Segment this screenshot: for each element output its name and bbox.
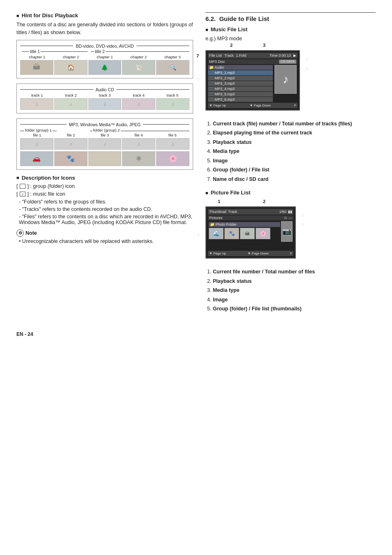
screen-folder: 1.Fold xyxy=(236,53,246,58)
callout-7: 7 xyxy=(196,53,199,58)
music-list-item-4: Media type xyxy=(213,148,376,155)
callout-3-top: 3 xyxy=(263,43,265,48)
bd-ch5: chapter 3 xyxy=(156,55,189,59)
pic-list-item-4: Image xyxy=(213,296,376,304)
screen-pgup: ▼ Page Up xyxy=(209,104,226,107)
mp3-diagram: MP3, Windows Media™ Audio, JPEG folder (… xyxy=(16,118,193,170)
pic-list-item-2: Playback status xyxy=(213,278,376,285)
screen-f: F xyxy=(294,104,296,107)
screen-time: Time 0:00:13 xyxy=(270,53,291,58)
pic-screen-camera: 📷 xyxy=(281,221,293,242)
screen-file-2: 🎵 MP3_3.mp3 xyxy=(208,81,273,86)
pic-pgdn: ▼ Page Down xyxy=(247,252,269,255)
screen-music-image: ♪ xyxy=(274,65,297,94)
screen-media-row: MP3 Disc xyxy=(209,60,225,64)
music-list-item-3: Playback status xyxy=(213,139,376,146)
pic-list-item-3: Media type xyxy=(213,287,376,294)
icons-title: Description for Icons xyxy=(16,175,193,181)
picture-file-list-title: Picture File List xyxy=(205,190,376,196)
pic-screen-icon: ⊙ — xyxy=(284,216,292,220)
music-list-item-6: Group (folder) / File list xyxy=(213,166,376,174)
music-file-list-title: Music File List xyxy=(205,26,376,32)
bd-title1-label: title 1 xyxy=(30,49,40,54)
icon1-desc: [ ] : group (folder) icon xyxy=(16,183,193,189)
screen-file-0: 🎵 MP3_1.mp3 xyxy=(208,70,273,75)
pic-thumb-2: 🏔 xyxy=(240,228,255,239)
callout-6: 6 xyxy=(197,76,200,81)
pic-screen-count: 1/60 xyxy=(279,210,286,214)
callout-4: 4 xyxy=(306,57,308,62)
screen-play: ▶ xyxy=(293,53,296,58)
screen-file-5: 🎵 MP3_6.mp3 xyxy=(208,97,273,102)
pic-callout-3: 3 xyxy=(302,213,304,218)
dash3: - "Files" refers to the contents on a di… xyxy=(16,214,193,225)
icon2-desc: [ ♪ ] : music file icon xyxy=(16,191,193,197)
pic-screen-media-row: Pictures xyxy=(209,216,223,220)
screen-audio-folder: 📁 Audio xyxy=(208,65,273,70)
pic-callout-1-top: 1 xyxy=(218,199,220,204)
screen-file-3: 🎵 MP3_4.mp3 xyxy=(208,86,273,91)
note-icon: ⊖ xyxy=(16,229,24,237)
pic-screen-thumb: Thumbnail xyxy=(209,210,226,214)
screen-file-4: 🎵 MP3_5.mp3 xyxy=(208,92,273,97)
pic-list-item-5: Group (folder) / File list (thumbnails) xyxy=(213,305,376,313)
callout-5: 5 xyxy=(306,67,308,72)
note-item: • Unrecognizable characters will be repl… xyxy=(16,238,193,244)
pic-screen-track: Track xyxy=(228,210,237,214)
music-list-item-2: Elapsed playing time of the current trac… xyxy=(213,130,376,137)
pic-callout-2-top: 2 xyxy=(263,199,265,204)
pic-thumb-1: 🐾 xyxy=(224,228,239,239)
music-screen: 4 5 6 File List Track 1.Fold Time 0:00:1… xyxy=(205,50,300,111)
screen-filelist: File List xyxy=(209,53,222,58)
bd-ch2: chapter 2 xyxy=(54,55,88,59)
bd-ch3: chapter 1 xyxy=(88,55,122,59)
hint-desc: The contents of a disc are generally div… xyxy=(16,21,193,37)
picture-list: Current file number / Total number of fi… xyxy=(205,268,376,313)
bd-ch4: chapter 2 xyxy=(122,55,155,59)
bd-title2-label: title 2 xyxy=(95,49,105,54)
callout-2-top: 2 xyxy=(230,43,233,48)
dash2: - "Tracks" refers to the contents record… xyxy=(16,206,193,212)
pic-thumb-3: 🌸 xyxy=(256,228,270,239)
screen-track: Track xyxy=(224,53,233,58)
music-list-item-5: Image xyxy=(213,157,376,165)
bd-label: BD-video, DVD-video, AVCHD xyxy=(73,44,136,49)
music-list-item-7: Name of disc / SD card xyxy=(213,176,376,183)
picture-screen: 3 4 5 Thumbnail Track 1/60 ▮▮ Pictures ⊙… xyxy=(205,206,296,259)
mp3-label: MP3, Windows Media™ Audio, JPEG xyxy=(67,122,143,127)
pic-screen-folder: 📁 Photo Folder xyxy=(209,222,280,227)
pic-f: F xyxy=(290,252,292,255)
pic-thumb-0: 🌊 xyxy=(209,228,224,239)
music-eg-label: e.g.) MP3 mode xyxy=(205,35,376,43)
audio-cd-diagram: Audio CD track 1 track 2 track 3 track 4… xyxy=(16,83,193,113)
screen-file-1: 🎵 MP3_2.mp3 xyxy=(208,76,273,81)
bd-ch1: chapter 1 xyxy=(20,55,54,59)
screen-pgdn: ▼ Page Down xyxy=(249,104,271,107)
dash1: - "Folders" refers to the groups of file… xyxy=(16,199,193,205)
pic-screen-play: ▮▮ xyxy=(288,210,292,214)
screen-media-icon: CD DATA xyxy=(279,60,296,64)
hint-title: Hint for Disc Playback xyxy=(16,12,193,18)
pic-pgup: ▼ Page Up xyxy=(209,252,226,255)
section-heading: 6.2. Guide to File List xyxy=(205,12,376,22)
music-list-item-1: Current track (file) number / Total numb… xyxy=(213,120,376,128)
pic-callout-4: 4 xyxy=(302,222,304,227)
page-footer: EN - 24 xyxy=(16,331,376,337)
music-list: Current track (file) number / Total numb… xyxy=(205,120,376,183)
note-section: ⊖ Note • Unrecognizable characters will … xyxy=(16,229,193,244)
pic-callout-5: 5 xyxy=(197,233,200,238)
bd-diagram: BD-video, DVD-video, AVCHD title 1 title… xyxy=(16,40,193,79)
note-label: Note xyxy=(25,230,37,236)
audio-cd-label: Audio CD xyxy=(93,87,117,92)
pic-list-item-1: Current file number / Total number of fi… xyxy=(213,268,376,276)
